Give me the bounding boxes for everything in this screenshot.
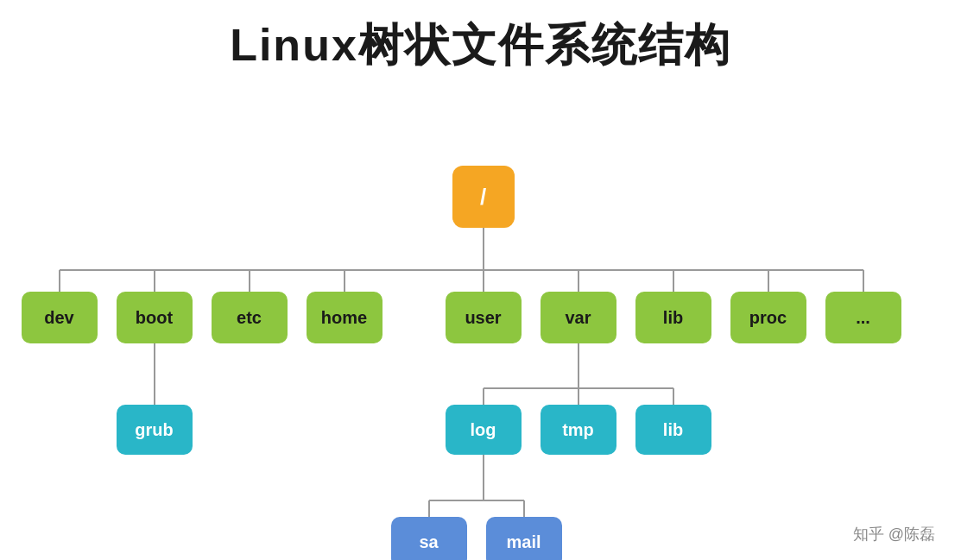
- node-grub: grub: [117, 405, 193, 455]
- page-title: Linux树状文件系统结构: [230, 16, 731, 76]
- node-lib: lib: [635, 292, 711, 343]
- node-home: home: [307, 292, 383, 343]
- node-etc: etc: [212, 292, 288, 343]
- node-dotsdotsdots: ...: [825, 292, 901, 343]
- node-var: var: [541, 292, 616, 343]
- node-log: log: [446, 405, 522, 455]
- node-mail: mail: [486, 517, 562, 560]
- page: Linux树状文件系统结构 /devbootetchomeuservarlibp…: [0, 0, 961, 560]
- node-sa: sa: [391, 517, 467, 560]
- node-boot: boot: [117, 292, 193, 343]
- tree-container: /devbootetchomeuservarlibproc...grublogt…: [6, 85, 956, 560]
- node-user: user: [446, 292, 522, 343]
- node-proc: proc: [730, 292, 806, 343]
- node-/: /: [452, 166, 515, 228]
- node-lib: lib: [635, 405, 711, 455]
- node-tmp: tmp: [541, 405, 616, 455]
- watermark: 知乎 @陈磊: [853, 524, 935, 544]
- node-dev: dev: [22, 292, 98, 343]
